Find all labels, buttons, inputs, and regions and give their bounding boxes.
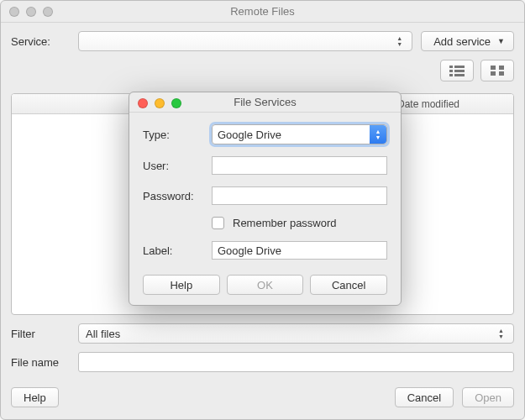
col-date-modified[interactable]: Date modified [387,94,513,113]
svg-rect-9 [499,71,504,76]
filename-label: File name [11,356,70,369]
stepper-icon: ▲▼ [396,34,407,48]
svg-rect-4 [449,74,453,76]
modal-help-button[interactable]: Help [143,275,220,295]
svg-rect-5 [454,74,465,76]
add-service-button[interactable]: Add service ▼ [421,31,514,51]
cancel-button[interactable]: Cancel [395,387,454,407]
modal-title: File Services [234,96,296,108]
label-input[interactable]: Google Drive [212,241,387,260]
filter-label: Filter [11,328,70,340]
modal-ok-button[interactable]: OK [227,275,304,295]
type-value: Google Drive [218,129,281,141]
svg-rect-6 [491,66,496,70]
password-label: Password: [143,190,203,202]
close-icon[interactable] [138,98,148,108]
svg-rect-8 [491,71,496,76]
grid-view-icon [490,65,505,76]
chevron-down-icon: ▼ [497,37,505,45]
select-stepper-icon: ▲▼ [370,125,386,144]
zoom-icon[interactable] [43,7,53,17]
type-label: Type: [143,129,203,141]
password-input[interactable] [212,186,387,205]
minimize-icon[interactable] [26,7,36,17]
user-input[interactable] [212,156,387,175]
user-label: User: [143,160,203,172]
close-icon[interactable] [9,7,19,17]
open-button[interactable]: Open [462,387,514,407]
svg-rect-1 [454,66,465,68]
service-label: Service: [11,35,70,48]
main-traffic-lights [9,7,53,17]
remember-password-label: Remember password [233,217,337,229]
grid-view-button[interactable] [480,60,514,81]
filter-select[interactable]: All files ▲▼ [78,323,514,344]
label-label: Label: [143,244,203,257]
stepper-icon: ▲▼ [498,327,508,340]
service-select[interactable]: ▲▼ [78,31,412,51]
modal-cancel-button[interactable]: Cancel [310,275,387,295]
file-services-dialog: File Services Type: Google Drive ▲▼ User… [129,92,402,306]
modal-titlebar: File Services [129,92,401,113]
remote-files-window: Remote Files Service: ▲▼ Add service ▼ [0,0,525,420]
list-view-button[interactable] [440,60,474,81]
minimize-icon[interactable] [155,98,165,108]
help-button[interactable]: Help [11,387,59,407]
remember-password-checkbox[interactable] [212,217,224,229]
window-title: Remote Files [230,5,295,18]
modal-traffic-lights [138,98,181,108]
list-view-icon [449,65,465,76]
main-titlebar: Remote Files [1,1,524,23]
filename-input[interactable] [78,352,514,372]
filter-value: All files [86,328,120,340]
svg-rect-0 [449,66,453,68]
svg-rect-3 [454,70,465,72]
zoom-icon[interactable] [171,98,181,108]
type-select[interactable]: Google Drive ▲▼ [212,124,387,144]
svg-rect-7 [499,66,504,70]
svg-rect-2 [449,70,453,72]
